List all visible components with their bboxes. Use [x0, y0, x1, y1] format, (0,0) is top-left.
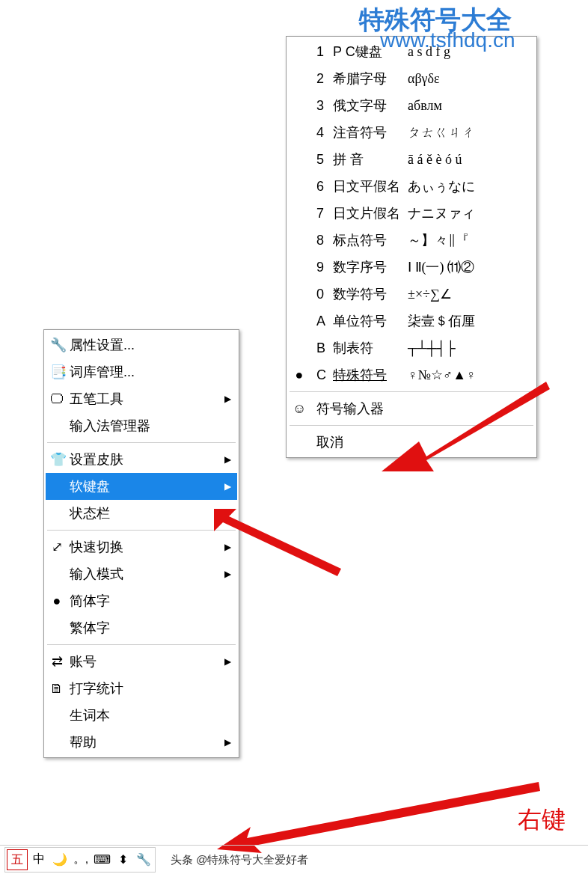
- watermark-url: www.tsfhdq.cn: [380, 28, 515, 52]
- menu-item-10[interactable]: 输入模式▶: [46, 560, 237, 587]
- menu-label: 繁体字: [70, 619, 110, 637]
- submenu-arrow-icon: ▶: [224, 737, 231, 748]
- status-caption: 头条 @特殊符号大全爱好者: [171, 853, 308, 867]
- menu-item-0[interactable]: 🔧属性设置...: [46, 331, 237, 358]
- softkb-item-6[interactable]: 7日文片假名ナニヌァィ: [288, 200, 535, 227]
- softkb-item-12[interactable]: ●C特殊符号♀№☆♂▲♀: [288, 361, 535, 388]
- ime-toolbar: 五中🌙。,⌨⬍🔧: [4, 847, 156, 873]
- menu-label: 输入法管理器: [70, 417, 150, 435]
- softkb-item-9[interactable]: 0数学符号±×÷∑∠: [288, 281, 535, 308]
- menu-label: 生词本: [70, 706, 110, 724]
- ime-toolbar-item-4[interactable]: ⌨: [92, 849, 111, 869]
- menu-icon: ☺: [293, 401, 306, 417]
- menu-item-5[interactable]: 👕设置皮肤▶: [46, 446, 237, 473]
- menu-label: 账号: [70, 653, 97, 670]
- menu-icon: 🖵: [50, 391, 64, 407]
- menu-icon: 🗎: [50, 681, 64, 697]
- menu-label: 快速切换: [70, 538, 123, 556]
- softkb-item-16[interactable]: 取消: [288, 429, 535, 456]
- context-menu-main: 🔧属性设置...📑词库管理...🖵五笔工具▶输入法管理器👕设置皮肤▶软键盘▶状态…: [43, 329, 239, 758]
- submenu-arrow-icon: ▶: [224, 569, 231, 579]
- softkb-item-5[interactable]: 6日文平假名あぃぅなに: [288, 173, 535, 200]
- menu-item-6[interactable]: 软键盘▶: [46, 473, 237, 500]
- menu-icon: ⤢: [50, 539, 64, 555]
- ime-toolbar-item-1[interactable]: 中: [29, 849, 49, 869]
- ime-toolbar-item-0[interactable]: 五: [7, 849, 28, 870]
- menu-item-7[interactable]: 状态栏▶: [46, 500, 237, 527]
- softkb-item-11[interactable]: B制表符┬┴┼┤├: [288, 334, 535, 361]
- softkb-item-4[interactable]: 5拼 音ā á ě è ó ú: [288, 146, 535, 173]
- annotation-right-click: 右键: [518, 804, 566, 837]
- menu-item-3[interactable]: 输入法管理器: [46, 412, 237, 439]
- menu-icon: 🔧: [50, 337, 64, 353]
- menu-item-2[interactable]: 🖵五笔工具▶: [46, 385, 237, 412]
- menu-label: 设置皮肤: [70, 450, 123, 468]
- submenu-arrow-icon: ▶: [224, 656, 231, 667]
- ime-toolbar-item-6[interactable]: 🔧: [134, 849, 153, 869]
- softkb-item-8[interactable]: 9数字序号Ⅰ Ⅱ(一) ⑾②: [288, 254, 535, 281]
- menu-label: 状态栏: [70, 504, 110, 522]
- menu-label: 软键盘: [70, 477, 110, 495]
- submenu-arrow-icon: ▶: [224, 394, 231, 404]
- menu-label: 词库管理...: [70, 363, 135, 381]
- menu-label: 五笔工具: [70, 390, 123, 408]
- submenu-arrow-icon: ▶: [224, 542, 231, 552]
- softkb-item-7[interactable]: 8标点符号～】々‖『: [288, 227, 535, 254]
- menu-item-16[interactable]: 生词本: [46, 702, 237, 729]
- softkb-item-10[interactable]: A单位符号柒壹＄佰厘: [288, 308, 535, 334]
- menu-item-9[interactable]: ⤢快速切换▶: [46, 534, 237, 560]
- menu-icon: ●: [50, 593, 64, 609]
- menu-label: 打字统计: [70, 679, 123, 697]
- softkb-item-2[interactable]: 3俄文字母абвлм: [288, 92, 535, 119]
- menu-icon: ⇄: [50, 653, 64, 670]
- context-menu-softkeyboard: 1P C键盘a s d f g2希腊字母αβγδε3俄文字母абвлм4注音符号…: [286, 36, 537, 458]
- menu-label: 简体字: [70, 592, 110, 610]
- menu-icon: 📑: [50, 364, 64, 380]
- softkb-item-1[interactable]: 2希腊字母αβγδε: [288, 65, 535, 92]
- menu-item-14[interactable]: ⇄账号▶: [46, 648, 237, 675]
- menu-label: 帮助: [70, 733, 97, 751]
- ime-toolbar-item-5[interactable]: ⬍: [113, 849, 132, 869]
- softkb-item-3[interactable]: 4注音符号ㄆㄊㄍㄐㄔ: [288, 119, 535, 146]
- menu-item-15[interactable]: 🗎打字统计: [46, 675, 237, 702]
- menu-icon: 👕: [50, 451, 64, 468]
- menu-item-1[interactable]: 📑词库管理...: [46, 358, 237, 385]
- submenu-arrow-icon: ▶: [224, 508, 231, 519]
- menu-item-12[interactable]: 繁体字: [46, 614, 237, 641]
- menu-icon: ●: [293, 367, 306, 383]
- ime-toolbar-item-3[interactable]: 。,: [71, 849, 91, 869]
- menu-label: 属性设置...: [70, 336, 135, 354]
- ime-status-bar: 五中🌙。,⌨⬍🔧 头条 @特殊符号大全爱好者: [0, 845, 588, 874]
- softkb-item-14[interactable]: ☺符号输入器: [288, 395, 535, 422]
- submenu-arrow-icon: ▶: [224, 454, 231, 465]
- submenu-arrow-icon: ▶: [224, 481, 231, 492]
- menu-item-11[interactable]: ●简体字: [46, 587, 237, 614]
- menu-item-17[interactable]: 帮助▶: [46, 729, 237, 756]
- svg-marker-2: [217, 782, 540, 853]
- ime-toolbar-item-2[interactable]: 🌙: [50, 849, 70, 869]
- menu-label: 输入模式: [70, 565, 123, 583]
